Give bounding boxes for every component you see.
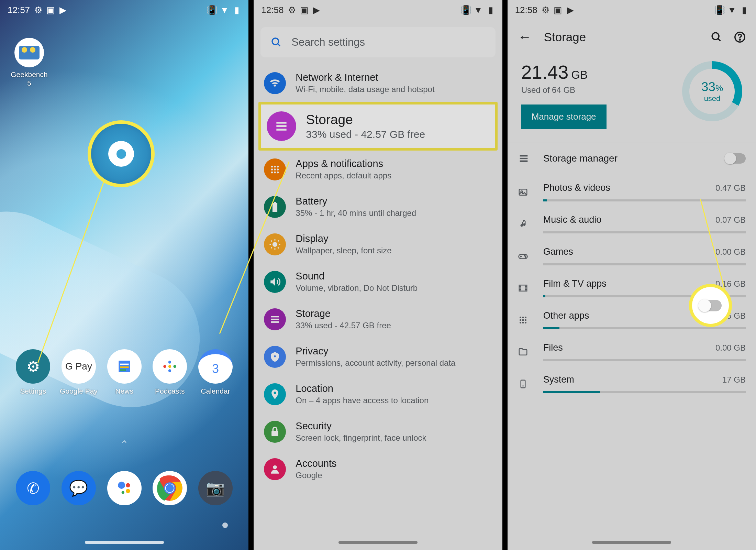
svg-rect-21 [277,129,287,131]
svg-point-49 [524,255,525,256]
setting-sound[interactable]: SoundVolume, vibration, Do Not Disturb [254,263,502,300]
category-system[interactable]: System17 GB [518,366,746,398]
sim-icon: ▣ [554,6,562,14]
storage-header: ← Storage [508,20,756,51]
storage-icon [267,111,296,141]
svg-point-30 [277,171,279,173]
page-title: Storage [544,30,698,44]
vibrate-icon: 📳 [208,6,216,14]
category-files[interactable]: Files0.00 GB [518,334,746,366]
svg-rect-44 [520,158,527,159]
svg-point-16 [166,484,174,492]
svg-point-52 [520,317,521,318]
app-label: Geekbench 5 [10,70,48,87]
svg-point-25 [271,168,273,170]
dock-row-2: ✆ 💬 📷 [0,471,248,505]
svg-point-35 [274,355,276,357]
app-settings[interactable]: ⚙Settings [11,349,55,395]
setting-storage-highlighted[interactable]: Storage33% used - 42.57 GB free [258,102,497,151]
svg-point-24 [277,165,279,167]
battery-icon: ▮ [740,6,748,14]
usage-ring-chart: 33% used [682,61,742,121]
app-camera[interactable]: 📷 [193,471,238,505]
app-phone[interactable]: ✆ [11,471,55,505]
storage-manager-row[interactable]: Storage manager [508,143,756,174]
setting-security[interactable]: SecurityScreen lock, fingerprint, face u… [254,413,502,450]
svg-point-29 [274,171,276,173]
settings-list: Network & InternetWi-Fi, mobile, data us… [254,61,502,491]
svg-point-50 [525,256,526,257]
wifi-icon: ▼ [220,6,229,14]
app-google-pay[interactable]: G PayGoogle Pay [56,349,101,395]
vibrate-icon: 📳 [462,6,470,14]
clock: 12:58 [261,5,284,15]
wifi-icon: ▼ [728,6,736,14]
privacy-icon [264,346,286,368]
app-messages[interactable]: 💬 [56,471,101,505]
setting-accounts[interactable]: AccountsGoogle [254,450,502,488]
vibrate-icon: 📳 [715,6,724,14]
svg-rect-32 [271,316,279,317]
sound-icon [264,271,286,293]
app-assistant[interactable] [102,471,147,505]
apps-icon [518,315,533,325]
total-storage: Used of 64 GB [521,85,668,95]
battery-icon: ▮ [487,6,495,14]
app-chrome[interactable] [147,471,192,505]
storage-screen: 12:58 ⚙ ▣ ▶ 📳 ▼ ▮ ← Storage 21.43 GB Use… [508,0,756,550]
sim-icon: ▣ [300,6,308,14]
svg-rect-51 [519,285,527,291]
svg-rect-19 [277,122,287,124]
setting-display[interactable]: DisplayWallpaper, sleep, font size [254,226,502,263]
search-settings[interactable]: Search settings [260,27,495,57]
svg-point-38 [273,465,277,469]
nav-handle[interactable] [338,541,418,544]
accounts-icon [264,458,286,480]
games-icon [518,251,533,261]
help-icon[interactable] [734,31,746,43]
chevron-up-icon[interactable]: ⌃ [120,438,129,450]
setting-privacy[interactable]: PrivacyPermissions, account activity, pe… [254,338,502,375]
app-geekbench[interactable]: Geekbench 5 [10,38,48,87]
setting-apps[interactable]: Apps & notificationsRecent apps, default… [254,151,502,188]
svg-point-59 [522,322,524,323]
category-music[interactable]: Music & audio0.07 GB [518,206,746,238]
gpay-icon: G Pay [62,349,96,384]
svg-rect-45 [520,161,527,162]
category-photos[interactable]: Photos & videos0.47 GB [518,174,746,206]
app-podcasts[interactable]: Podcasts [147,349,192,395]
manage-storage-button[interactable]: Manage storage [521,104,607,129]
storage-icon [264,308,286,330]
svg-point-31 [273,242,277,246]
svg-rect-1 [120,364,129,365]
svg-point-56 [522,319,524,321]
wifi-icon [264,72,286,94]
svg-point-8 [174,365,176,368]
assistant-icon [107,471,142,505]
back-arrow-icon[interactable]: ← [518,29,532,45]
app-calendar[interactable]: 3Calendar [193,349,238,395]
svg-point-11 [126,489,130,493]
svg-point-26 [274,168,276,170]
setting-storage[interactable]: Storage33% used - 42.57 GB free [254,300,502,338]
setting-location[interactable]: LocationOn – 4 apps have access to locat… [254,375,502,413]
svg-point-58 [520,322,521,323]
battery-icon: ▮ [233,6,241,14]
svg-rect-2 [120,366,129,368]
storage-icon [518,153,533,164]
search-icon[interactable] [711,31,722,43]
messages-icon: 💬 [62,471,96,505]
app-news[interactable]: News [102,349,147,395]
storage-manager-toggle[interactable] [725,153,746,164]
svg-point-42 [740,39,741,40]
nav-handle[interactable] [592,541,671,544]
nav-handle[interactable] [85,541,164,544]
svg-line-18 [278,44,280,46]
clock: 12:58 [515,5,537,15]
chrome-icon [153,471,187,505]
setting-network[interactable]: Network & InternetWi-Fi, mobile, data us… [254,64,502,102]
setting-battery[interactable]: Battery35% - 1 hr, 40 mins until charged [254,188,502,226]
svg-rect-3 [120,369,126,371]
camera-icon: 📷 [198,471,233,505]
svg-rect-61 [521,380,525,388]
